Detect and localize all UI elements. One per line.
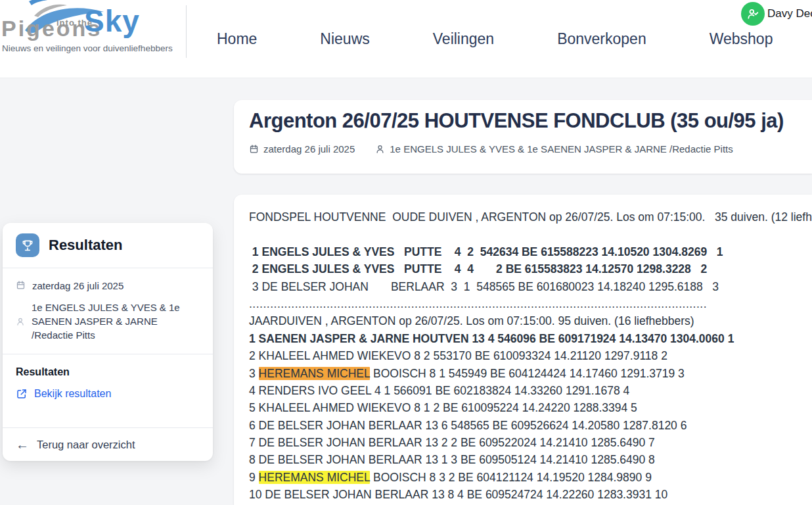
- calendar-icon: [249, 144, 259, 154]
- nav-item-home[interactable]: Home: [217, 30, 257, 48]
- result-line: JAARDUIVEN , ARGENTON op 26/07/25. Los o…: [249, 312, 812, 329]
- article-author-group: 1e ENGELS JULES & YVES & 1e SAENEN JASPE…: [375, 143, 733, 155]
- trophy-icon: [21, 239, 34, 252]
- result-line: 2 KHALEEL AHMED WIEKEVO 8 2 553170 BE 61…: [249, 347, 812, 364]
- article-author: 1e ENGELS JULES & YVES & 1e SAENEN JASPE…: [390, 143, 733, 155]
- user-icon: [375, 144, 385, 154]
- result-line: 3 DE BELSER JOHAN BERLAAR 3 1 548565 BE …: [249, 278, 812, 295]
- user-check-icon: [746, 7, 759, 20]
- result-line: 8 DE BELSER JOHAN BERLAAR 13 1 3 BE 6095…: [249, 451, 812, 468]
- highlighted-name: HEREMANS MICHEL: [259, 367, 371, 380]
- result-line: 6 DE BELSER JOHAN BERLAAR 13 6 548565 BE…: [249, 417, 812, 434]
- logo-word-sky: Sky: [84, 3, 140, 39]
- sidebar-author: 1e ENGELS JULES & YVES & 1e SAENEN JASPE…: [32, 301, 200, 342]
- user-icon: [16, 317, 25, 326]
- sidebar-date: zaterdag 26 juli 2025: [32, 279, 124, 293]
- arrow-left-icon: ←: [16, 438, 29, 451]
- sidebar-author-row: 1e ENGELS JULES & YVES & 1e SAENEN JASPE…: [16, 301, 200, 342]
- result-line: ........................................…: [249, 295, 707, 312]
- result-line: 7 DE BELSER JOHAN BERLAAR 13 2 2 BE 6095…: [249, 434, 812, 451]
- result-line: 2 ENGELS JULES & YVES PUTTE 4 4 2 BE 615…: [249, 260, 812, 277]
- external-link-icon: [16, 388, 28, 400]
- nav-item-bonverkopen[interactable]: Bonverkopen: [557, 30, 646, 48]
- view-results-label: Bekijk resultaten: [34, 388, 111, 400]
- result-line: [249, 226, 812, 243]
- nav-item-veilingen[interactable]: Veilingen: [433, 30, 494, 48]
- result-line: 1 ENGELS JULES & YVES PUTTE 4 2 542634 B…: [249, 243, 812, 260]
- result-line: 4 RENDERS IVO GEEL 4 1 566091 BE 6021838…: [249, 382, 812, 399]
- trophy-badge: [16, 233, 39, 257]
- result-line: 5 KHALEEL AHMED WIEKEVO 8 1 2 BE 6100952…: [249, 399, 812, 416]
- user-avatar[interactable]: [741, 2, 765, 26]
- user-name[interactable]: Davy Decl: [767, 7, 812, 20]
- nav-item-nieuws[interactable]: Nieuws: [320, 30, 369, 48]
- highlighted-name: HEREMANS MICHEL: [259, 471, 371, 484]
- back-to-overview-label: Terug naar overzicht: [37, 439, 135, 451]
- article-date: zaterdag 26 juli 2025: [263, 143, 355, 155]
- back-to-overview-link[interactable]: ← Terug naar overzicht: [3, 428, 213, 461]
- view-results-link[interactable]: Bekijk resultaten: [16, 388, 200, 400]
- article-meta: zaterdag 26 juli 2025 1e ENGELS JULES & …: [249, 143, 733, 155]
- result-line: 1 SAENEN JASPER & JARNE HOUTVEN 13 4 546…: [249, 330, 812, 347]
- logo-tagline: Nieuws en veilingen voor duivenliefhebbe…: [2, 43, 173, 53]
- results-text: FONDSPEL HOUTVENNE OUDE DUIVEN , ARGENTO…: [249, 208, 812, 504]
- results-sidebar: Resultaten zaterdag 26 juli 2025 1e ENGE…: [3, 223, 213, 461]
- nav-item-webshop[interactable]: Webshop: [710, 30, 773, 48]
- results-card: FONDSPEL HOUTVENNE OUDE DUIVEN , ARGENTO…: [234, 195, 812, 505]
- sidebar-header: Resultaten: [3, 223, 213, 268]
- page-title: Argenton 26/07/25 HOUTVENSE FONDCLUB (35…: [249, 109, 784, 133]
- sidebar-section-label: Resultaten: [16, 366, 200, 378]
- result-line: 10 DE BELSER JOHAN BERLAAR 13 8 4 BE 609…: [249, 486, 812, 503]
- site-logo[interactable]: Pigeons into the Sky Nieuws en veilingen…: [1, 1, 172, 60]
- article-title-card: Argenton 26/07/25 HOUTVENSE FONDCLUB (35…: [234, 100, 812, 174]
- result-line: 9 HEREMANS MICHEL BOOISCH 8 3 2 BE 60412…: [249, 469, 812, 486]
- article-date-group: zaterdag 26 juli 2025: [249, 143, 355, 155]
- sidebar-results-section: Resultaten Bekijk resultaten: [3, 354, 213, 427]
- site-header: Pigeons into the Sky Nieuws en veilingen…: [0, 0, 812, 78]
- calendar-icon: [16, 280, 26, 290]
- header-divider: [186, 5, 187, 58]
- sidebar-title: Resultaten: [49, 237, 122, 254]
- sidebar-meta: zaterdag 26 juli 2025 1e ENGELS JULES & …: [3, 268, 213, 354]
- main-navigation: Home Nieuws Veilingen Bonverkopen Websho…: [217, 0, 773, 78]
- result-line: 3 HEREMANS MICHEL BOOISCH 8 1 545949 BE …: [249, 365, 812, 382]
- result-line: FONDSPEL HOUTVENNE OUDE DUIVEN , ARGENTO…: [249, 208, 812, 226]
- sidebar-date-row: zaterdag 26 juli 2025: [16, 279, 200, 293]
